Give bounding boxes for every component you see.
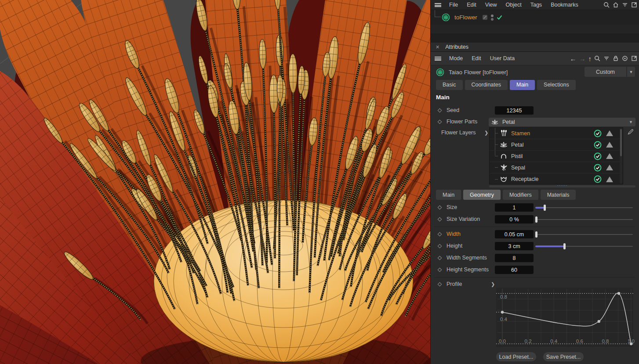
profile-key-diamond-icon[interactable] [438,282,442,287]
layer-row-petal[interactable]: Petal [490,139,623,151]
close-icon[interactable]: ✕ [436,44,439,50]
layer-enabled-check-icon[interactable] [594,152,602,160]
menu-bookmarks[interactable]: Bookmarks [546,2,583,8]
undock-icon[interactable] [630,1,638,9]
menu-mode[interactable]: Mode [445,55,467,61]
undock-icon[interactable] [630,54,638,63]
size-variation-input[interactable]: 0 % [495,215,534,223]
tab-coordinates[interactable]: Coordinates [465,80,508,90]
object-row-toflower[interactable]: toFlower [431,10,639,25]
menu-file[interactable]: File [445,2,462,8]
menu-object[interactable]: Object [501,2,526,8]
layer-enabled-check-icon[interactable] [594,175,602,183]
filter-icon[interactable] [621,1,629,9]
layer-row-stamen[interactable]: Stamen [490,128,623,139]
tree-tick [495,144,498,145]
edit-toggle-icon[interactable] [481,13,489,22]
petal-icon [499,142,508,148]
tree-connector [435,10,441,17]
layer-move-up-icon[interactable] [606,177,613,182]
layer-enabled-check-icon[interactable] [594,130,602,137]
menu-user-data[interactable]: User Data [486,55,519,61]
layer-row-sepal[interactable]: Sepal [490,162,623,173]
layer-enabled-check-icon[interactable] [594,141,602,149]
home-icon[interactable] [611,1,620,9]
subtab-main[interactable]: Main [436,190,461,200]
pick-pen-icon[interactable] [627,128,634,135]
height-input[interactable]: 3 cm [495,242,534,250]
menu-tags[interactable]: Tags [526,2,546,8]
hamburger-menu-icon[interactable] [435,57,441,61]
seed-input[interactable]: 12345 [495,106,534,115]
menu-view[interactable]: View [481,2,501,8]
attributes-object-row: Taiao Flower [toFlower] Custom ▼ [431,66,639,78]
load-preset-button[interactable]: Load Preset... [496,352,536,361]
profile-expander-chevron-icon[interactable]: ❯ [491,281,495,287]
flower-layers-label: Flower Layers [441,130,476,136]
enabled-check-icon[interactable] [495,13,504,22]
menu-edit[interactable]: Edit [462,2,481,8]
tab-main[interactable]: Main [510,80,535,90]
track-target-icon[interactable] [621,54,629,63]
lock-icon[interactable] [611,54,620,63]
height-segments-key-diamond-icon[interactable] [438,268,442,272]
scrollbar-grip-dots-icon[interactable]: ······ [557,183,568,187]
height-key-diamond-icon[interactable] [438,244,442,249]
hamburger-menu-icon[interactable] [435,3,441,7]
visibility-dots-icon[interactable] [490,13,494,22]
flower-object-icon[interactable] [442,13,450,22]
list-scrollbar[interactable] [620,128,622,184]
layer-move-up-icon[interactable] [606,153,613,159]
profile-curve-editor[interactable]: 0.8 0.4 0.0 0.2 0.4 0.6 0.8 1.0 [496,288,633,347]
size-key-diamond-icon[interactable] [438,205,442,210]
horizontal-scrollbar[interactable]: ······ [489,185,635,187]
size-variation-key-diamond-icon[interactable] [438,217,442,222]
flower-parts-key-diamond-icon[interactable] [438,120,442,124]
layer-row-pistil[interactable]: Pistil [490,151,623,162]
up-arrow-icon[interactable]: ↑ [587,55,593,62]
menu-edit[interactable]: Edit [467,55,486,61]
height-slider[interactable] [535,246,633,247]
save-preset-button[interactable]: Save Preset... [543,352,584,361]
flower-layers-expander-chevron-icon[interactable]: ❯ [484,130,488,136]
attributes-menubar: Mode Edit User Data ← → ↑ [431,52,639,65]
x-tick-label: 0.0 [499,339,506,344]
back-arrow-icon[interactable]: ← [569,55,578,62]
section-header-main: Main [436,94,450,101]
layer-move-up-icon[interactable] [606,130,613,136]
tab-basic[interactable]: Basic [436,80,463,90]
size-variation-slider[interactable] [535,219,633,220]
viewport-3d[interactable] [0,0,430,364]
subtab-materials[interactable]: Materials [541,190,576,200]
attributes-tab-header[interactable]: ✕ Attributes [431,43,639,52]
object-list-empty-row [431,25,639,33]
subtab-modifiers[interactable]: Modifiers [503,190,538,200]
height-label: Height [447,243,462,249]
object-name[interactable]: toFlower [454,14,477,21]
preset-dropdown[interactable]: Custom [585,67,626,77]
forward-arrow-icon[interactable]: → [578,55,587,62]
chevron-down-icon[interactable]: ▼ [629,120,633,124]
size-input[interactable]: 1 [495,203,534,212]
preset-dropdown-arrow[interactable]: ▼ [627,67,635,77]
layer-move-up-icon[interactable] [606,142,613,148]
tab-selections[interactable]: Selections [537,80,576,90]
search-icon[interactable] [593,54,601,63]
profile-label: Profile [447,281,462,287]
width-slider[interactable] [535,234,633,235]
size-slider[interactable] [535,207,633,208]
width-segments-input[interactable]: 8 [495,254,534,262]
layer-move-up-icon[interactable] [606,165,613,170]
subtab-geometry[interactable]: Geometry [463,190,501,200]
filter-icon[interactable] [602,54,610,63]
width-segments-key-diamond-icon[interactable] [438,256,442,260]
search-icon[interactable] [602,1,610,9]
flower-parts-dropdown[interactable]: Petal ▼ [489,118,635,126]
x-tick-label: 0.8 [602,339,609,344]
width-input[interactable]: 0.05 cm [495,230,534,238]
height-segments-input[interactable]: 60 [495,266,534,274]
layer-row-receptacle[interactable]: Receptacle [490,173,623,185]
width-key-diamond-icon[interactable] [438,232,442,237]
layer-enabled-check-icon[interactable] [594,164,602,172]
seed-key-diamond-icon[interactable] [438,108,442,113]
